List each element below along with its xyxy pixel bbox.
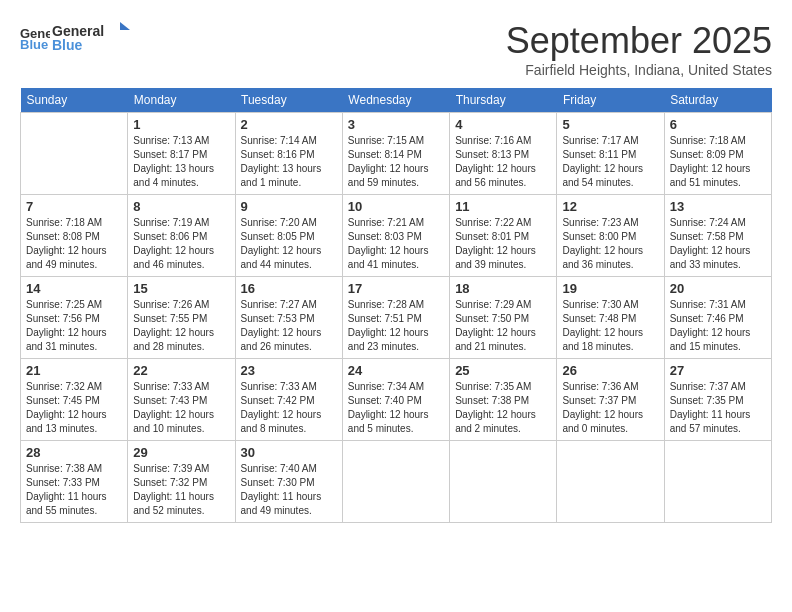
day-cell bbox=[664, 441, 771, 523]
day-number: 22 bbox=[133, 363, 229, 378]
day-number: 13 bbox=[670, 199, 766, 214]
day-cell: 16 Sunrise: 7:27 AMSunset: 7:53 PMDaylig… bbox=[235, 277, 342, 359]
week-row-2: 14 Sunrise: 7:25 AMSunset: 7:56 PMDaylig… bbox=[21, 277, 772, 359]
day-info: Sunrise: 7:18 AMSunset: 8:09 PMDaylight:… bbox=[670, 134, 766, 190]
day-number: 23 bbox=[241, 363, 337, 378]
logo-svg: General Blue bbox=[52, 20, 132, 56]
svg-marker-3 bbox=[120, 22, 130, 30]
day-info: Sunrise: 7:33 AMSunset: 7:43 PMDaylight:… bbox=[133, 380, 229, 436]
day-number: 10 bbox=[348, 199, 444, 214]
day-cell: 5 Sunrise: 7:17 AMSunset: 8:11 PMDayligh… bbox=[557, 113, 664, 195]
day-number: 16 bbox=[241, 281, 337, 296]
day-info: Sunrise: 7:26 AMSunset: 7:55 PMDaylight:… bbox=[133, 298, 229, 354]
day-cell: 14 Sunrise: 7:25 AMSunset: 7:56 PMDaylig… bbox=[21, 277, 128, 359]
day-cell: 12 Sunrise: 7:23 AMSunset: 8:00 PMDaylig… bbox=[557, 195, 664, 277]
day-cell: 29 Sunrise: 7:39 AMSunset: 7:32 PMDaylig… bbox=[128, 441, 235, 523]
title-area: September 2025 Fairfield Heights, Indian… bbox=[506, 20, 772, 78]
day-number: 4 bbox=[455, 117, 551, 132]
day-cell: 23 Sunrise: 7:33 AMSunset: 7:42 PMDaylig… bbox=[235, 359, 342, 441]
weekday-header-sunday: Sunday bbox=[21, 88, 128, 113]
day-cell: 9 Sunrise: 7:20 AMSunset: 8:05 PMDayligh… bbox=[235, 195, 342, 277]
day-number: 27 bbox=[670, 363, 766, 378]
day-info: Sunrise: 7:27 AMSunset: 7:53 PMDaylight:… bbox=[241, 298, 337, 354]
day-info: Sunrise: 7:13 AMSunset: 8:17 PMDaylight:… bbox=[133, 134, 229, 190]
svg-text:Blue: Blue bbox=[20, 37, 48, 50]
day-info: Sunrise: 7:36 AMSunset: 7:37 PMDaylight:… bbox=[562, 380, 658, 436]
day-cell: 19 Sunrise: 7:30 AMSunset: 7:48 PMDaylig… bbox=[557, 277, 664, 359]
day-cell: 7 Sunrise: 7:18 AMSunset: 8:08 PMDayligh… bbox=[21, 195, 128, 277]
day-number: 8 bbox=[133, 199, 229, 214]
day-info: Sunrise: 7:35 AMSunset: 7:38 PMDaylight:… bbox=[455, 380, 551, 436]
day-cell bbox=[557, 441, 664, 523]
day-cell: 13 Sunrise: 7:24 AMSunset: 7:58 PMDaylig… bbox=[664, 195, 771, 277]
day-cell bbox=[21, 113, 128, 195]
day-info: Sunrise: 7:40 AMSunset: 7:30 PMDaylight:… bbox=[241, 462, 337, 518]
day-cell: 22 Sunrise: 7:33 AMSunset: 7:43 PMDaylig… bbox=[128, 359, 235, 441]
day-cell: 17 Sunrise: 7:28 AMSunset: 7:51 PMDaylig… bbox=[342, 277, 449, 359]
day-info: Sunrise: 7:38 AMSunset: 7:33 PMDaylight:… bbox=[26, 462, 122, 518]
day-number: 30 bbox=[241, 445, 337, 460]
day-number: 7 bbox=[26, 199, 122, 214]
header: General Blue General Blue September 2025… bbox=[20, 20, 772, 78]
month-title: September 2025 bbox=[506, 20, 772, 62]
week-row-1: 7 Sunrise: 7:18 AMSunset: 8:08 PMDayligh… bbox=[21, 195, 772, 277]
day-cell: 3 Sunrise: 7:15 AMSunset: 8:14 PMDayligh… bbox=[342, 113, 449, 195]
calendar: SundayMondayTuesdayWednesdayThursdayFrid… bbox=[20, 88, 772, 523]
week-row-3: 21 Sunrise: 7:32 AMSunset: 7:45 PMDaylig… bbox=[21, 359, 772, 441]
day-cell: 2 Sunrise: 7:14 AMSunset: 8:16 PMDayligh… bbox=[235, 113, 342, 195]
weekday-header-saturday: Saturday bbox=[664, 88, 771, 113]
day-info: Sunrise: 7:33 AMSunset: 7:42 PMDaylight:… bbox=[241, 380, 337, 436]
day-number: 15 bbox=[133, 281, 229, 296]
day-info: Sunrise: 7:34 AMSunset: 7:40 PMDaylight:… bbox=[348, 380, 444, 436]
day-number: 28 bbox=[26, 445, 122, 460]
day-number: 26 bbox=[562, 363, 658, 378]
day-number: 12 bbox=[562, 199, 658, 214]
day-info: Sunrise: 7:22 AMSunset: 8:01 PMDaylight:… bbox=[455, 216, 551, 272]
day-info: Sunrise: 7:29 AMSunset: 7:50 PMDaylight:… bbox=[455, 298, 551, 354]
day-cell: 18 Sunrise: 7:29 AMSunset: 7:50 PMDaylig… bbox=[450, 277, 557, 359]
day-cell: 27 Sunrise: 7:37 AMSunset: 7:35 PMDaylig… bbox=[664, 359, 771, 441]
location-title: Fairfield Heights, Indiana, United State… bbox=[506, 62, 772, 78]
day-number: 29 bbox=[133, 445, 229, 460]
day-cell: 8 Sunrise: 7:19 AMSunset: 8:06 PMDayligh… bbox=[128, 195, 235, 277]
day-cell: 6 Sunrise: 7:18 AMSunset: 8:09 PMDayligh… bbox=[664, 113, 771, 195]
day-number: 14 bbox=[26, 281, 122, 296]
day-number: 24 bbox=[348, 363, 444, 378]
day-number: 3 bbox=[348, 117, 444, 132]
day-number: 17 bbox=[348, 281, 444, 296]
day-info: Sunrise: 7:15 AMSunset: 8:14 PMDaylight:… bbox=[348, 134, 444, 190]
day-cell: 11 Sunrise: 7:22 AMSunset: 8:01 PMDaylig… bbox=[450, 195, 557, 277]
svg-text:Blue: Blue bbox=[52, 37, 83, 53]
day-cell: 15 Sunrise: 7:26 AMSunset: 7:55 PMDaylig… bbox=[128, 277, 235, 359]
day-number: 5 bbox=[562, 117, 658, 132]
day-cell bbox=[342, 441, 449, 523]
day-cell: 1 Sunrise: 7:13 AMSunset: 8:17 PMDayligh… bbox=[128, 113, 235, 195]
day-info: Sunrise: 7:25 AMSunset: 7:56 PMDaylight:… bbox=[26, 298, 122, 354]
day-number: 18 bbox=[455, 281, 551, 296]
day-number: 19 bbox=[562, 281, 658, 296]
day-number: 11 bbox=[455, 199, 551, 214]
day-info: Sunrise: 7:39 AMSunset: 7:32 PMDaylight:… bbox=[133, 462, 229, 518]
day-number: 25 bbox=[455, 363, 551, 378]
day-cell: 20 Sunrise: 7:31 AMSunset: 7:46 PMDaylig… bbox=[664, 277, 771, 359]
day-info: Sunrise: 7:32 AMSunset: 7:45 PMDaylight:… bbox=[26, 380, 122, 436]
weekday-header-row: SundayMondayTuesdayWednesdayThursdayFrid… bbox=[21, 88, 772, 113]
day-info: Sunrise: 7:20 AMSunset: 8:05 PMDaylight:… bbox=[241, 216, 337, 272]
day-info: Sunrise: 7:28 AMSunset: 7:51 PMDaylight:… bbox=[348, 298, 444, 354]
day-cell bbox=[450, 441, 557, 523]
week-row-4: 28 Sunrise: 7:38 AMSunset: 7:33 PMDaylig… bbox=[21, 441, 772, 523]
weekday-header-monday: Monday bbox=[128, 88, 235, 113]
day-number: 1 bbox=[133, 117, 229, 132]
logo: General Blue General Blue bbox=[20, 20, 132, 56]
day-cell: 10 Sunrise: 7:21 AMSunset: 8:03 PMDaylig… bbox=[342, 195, 449, 277]
weekday-header-tuesday: Tuesday bbox=[235, 88, 342, 113]
week-row-0: 1 Sunrise: 7:13 AMSunset: 8:17 PMDayligh… bbox=[21, 113, 772, 195]
day-info: Sunrise: 7:21 AMSunset: 8:03 PMDaylight:… bbox=[348, 216, 444, 272]
day-cell: 28 Sunrise: 7:38 AMSunset: 7:33 PMDaylig… bbox=[21, 441, 128, 523]
day-number: 21 bbox=[26, 363, 122, 378]
day-cell: 4 Sunrise: 7:16 AMSunset: 8:13 PMDayligh… bbox=[450, 113, 557, 195]
day-cell: 26 Sunrise: 7:36 AMSunset: 7:37 PMDaylig… bbox=[557, 359, 664, 441]
weekday-header-wednesday: Wednesday bbox=[342, 88, 449, 113]
day-info: Sunrise: 7:23 AMSunset: 8:00 PMDaylight:… bbox=[562, 216, 658, 272]
day-info: Sunrise: 7:30 AMSunset: 7:48 PMDaylight:… bbox=[562, 298, 658, 354]
